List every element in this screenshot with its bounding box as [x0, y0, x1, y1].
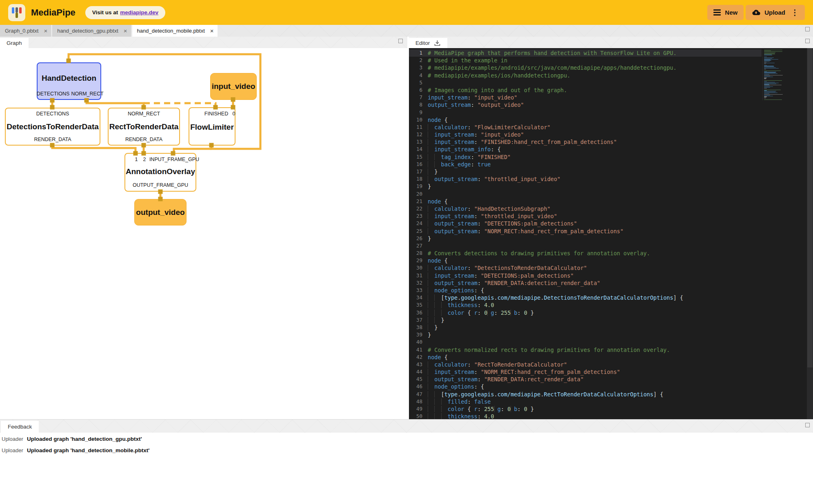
code-line: 41# Converts normalized rects to drawing… [409, 346, 762, 354]
graph-node-detectionstorenderdata[interactable]: DETECTIONS DetectionsToRenderData RENDER… [5, 108, 100, 146]
line-number: 24 [409, 220, 428, 227]
line-number: 37 [409, 316, 428, 324]
code-line: 7input_stream: "input_video" [409, 94, 762, 101]
line-number: 50 [409, 413, 428, 419]
code-line: 43 calculator: "RectToRenderDataCalculat… [409, 361, 762, 368]
code-line: 30 calculator: "DetectionsToRenderDataCa… [409, 264, 762, 272]
line-number: 28 [409, 250, 428, 257]
line-number: 3 [409, 64, 428, 71]
file-tab-label: Graph_0.pbtxt [5, 28, 38, 34]
code-line: 49 color { r: 255 g: 0 b: 0 } [409, 405, 762, 413]
line-number: 11 [409, 124, 428, 131]
line-number: 6 [409, 86, 428, 94]
code-line: 19} [409, 183, 762, 190]
code-line: 18 output_stream: "throttled_input_video… [409, 175, 762, 183]
line-number: 2 [409, 57, 428, 64]
code-line: 25 output_stream: "NORM_RECT:hand_rect_f… [409, 228, 762, 235]
graph-node-handdetection[interactable]: HandDetection DETECTIONS NORM_RECT [37, 62, 101, 100]
feedback-message: Uploaded graph 'hand_detection_mobile.pb… [27, 447, 149, 453]
code-line: 42node { [409, 354, 762, 361]
code-line: 34 [type.googleapis.com/mediapipe.Detect… [409, 294, 762, 301]
expand-graph-panel-icon[interactable] [398, 39, 403, 43]
line-number: 16 [409, 161, 428, 168]
close-tab-icon[interactable]: × [44, 28, 47, 34]
code-line: 47 [type.googleapis.com/mediapipe.RectTo… [409, 391, 762, 398]
close-tab-icon[interactable]: × [210, 28, 214, 34]
code-lines[interactable]: 1# MediaPipe graph that performs hand de… [409, 49, 762, 419]
graph-node-flowlimiter[interactable]: FINISHED 0 FlowLimiter [189, 107, 235, 146]
editor-scrollbar[interactable] [807, 48, 813, 419]
line-number: 12 [409, 131, 428, 138]
expand-editor-panel-icon[interactable] [805, 39, 810, 43]
code-line: 24 output_stream: "DETECTIONS:palm_detec… [409, 220, 762, 227]
line-number: 33 [409, 287, 428, 294]
line-number: 30 [409, 264, 428, 272]
tab-editor[interactable]: Editor [409, 38, 447, 48]
line-number: 43 [409, 361, 428, 368]
port-label-norm-rect: NORM_RECT [71, 91, 103, 97]
code-line: 45 output_stream: "RENDER_DATA:rect_rend… [409, 376, 762, 383]
code-line: 29node { [409, 257, 762, 264]
code-line: 10node { [409, 116, 762, 124]
new-button-label: New [725, 9, 737, 16]
code-editor[interactable]: 1# MediaPipe graph that performs hand de… [409, 48, 813, 419]
graph-node-annotationoverlay[interactable]: 1 2 INPUT_FRAME_GPU AnnotationOverlay OU… [124, 153, 196, 192]
code-line: 3# mediapipie/examples/android/src/java/… [409, 64, 762, 71]
code-line: 5 [409, 79, 762, 86]
new-button[interactable]: New [707, 5, 744, 20]
tab-graph[interactable]: Graph [0, 38, 29, 48]
graph-panel-header: Graph [0, 37, 407, 48]
line-number: 29 [409, 257, 428, 264]
upload-button[interactable]: Upload ⋮ [746, 5, 805, 20]
code-line: 1# MediaPipe graph that performs hand de… [409, 49, 762, 57]
line-number: 47 [409, 391, 428, 398]
popout-window-icon[interactable] [805, 27, 810, 31]
code-line: 20 [409, 190, 762, 198]
line-number: 49 [409, 405, 428, 413]
line-number: 8 [409, 101, 428, 108]
file-tab-hand_detection_mobile.pbtxt[interactable]: hand_detection_mobile.pbtxt× [132, 25, 218, 37]
code-line: 44 input_stream: "NORM_RECT:hand_rect_fr… [409, 368, 762, 376]
mediapipe-logo-icon [8, 4, 25, 21]
line-number: 39 [409, 331, 428, 338]
graph-node-recttorenderdata[interactable]: NORM_RECT RectToRenderData RENDER_DATA [108, 108, 180, 146]
code-line: 8output_stream: "output_video" [409, 101, 762, 108]
line-number: 38 [409, 324, 428, 331]
code-line: 46 node_options: { [409, 383, 762, 390]
line-number: 9 [409, 109, 428, 116]
graph-node-output-video[interactable]: output_video [134, 199, 187, 225]
line-number: 5 [409, 79, 428, 86]
graph-node-input-video[interactable]: input_video [210, 73, 257, 100]
file-tab-hand_detection_gpu.pbtxt[interactable]: hand_detection_gpu.pbtxt× [52, 25, 131, 37]
editor-minimap[interactable] [762, 50, 806, 100]
more-options-icon[interactable]: ⋮ [791, 8, 799, 17]
line-number: 34 [409, 294, 428, 301]
code-line: 2# Used in the example in [409, 57, 762, 64]
app-header: MediaPipe Visit us at mediapipe.dev New … [0, 0, 813, 25]
line-number: 10 [409, 116, 428, 124]
close-tab-icon[interactable]: × [124, 28, 127, 34]
code-line: 15 tag_index: "FINISHED" [409, 153, 762, 161]
line-number: 25 [409, 228, 428, 235]
code-line: 50 thickness: 4.0 [409, 413, 762, 419]
tab-feedback[interactable]: Feedback [1, 421, 39, 433]
graph-edges [0, 48, 407, 419]
feedback-source: Uploader [2, 447, 27, 453]
line-number: 18 [409, 175, 428, 183]
line-number: 32 [409, 279, 428, 287]
code-line: 4# mediapipie/examples/ios/handdetection… [409, 72, 762, 79]
feedback-message: Uploaded graph 'hand_detection_gpu.pbtxt… [27, 436, 142, 442]
expand-feedback-panel-icon[interactable] [805, 423, 810, 427]
line-number: 15 [409, 153, 428, 161]
code-line: 16 back_edge: true [409, 161, 762, 168]
code-line: 11 calculator: "FlowLimiterCalculator" [409, 124, 762, 131]
graph-canvas[interactable]: HandDetection DETECTIONS NORM_RECT input… [0, 48, 407, 419]
upload-button-label: Upload [764, 9, 785, 16]
download-icon[interactable] [434, 40, 441, 46]
file-tab-Graph_0.pbtxt[interactable]: Graph_0.pbtxt× [0, 25, 51, 37]
mediapipe-dev-link[interactable]: mediapipe.dev [120, 9, 158, 15]
line-number: 14 [409, 146, 428, 153]
code-line: 48 filled: false [409, 398, 762, 405]
line-number: 45 [409, 376, 428, 383]
editor-tab-label: Editor [415, 40, 430, 46]
